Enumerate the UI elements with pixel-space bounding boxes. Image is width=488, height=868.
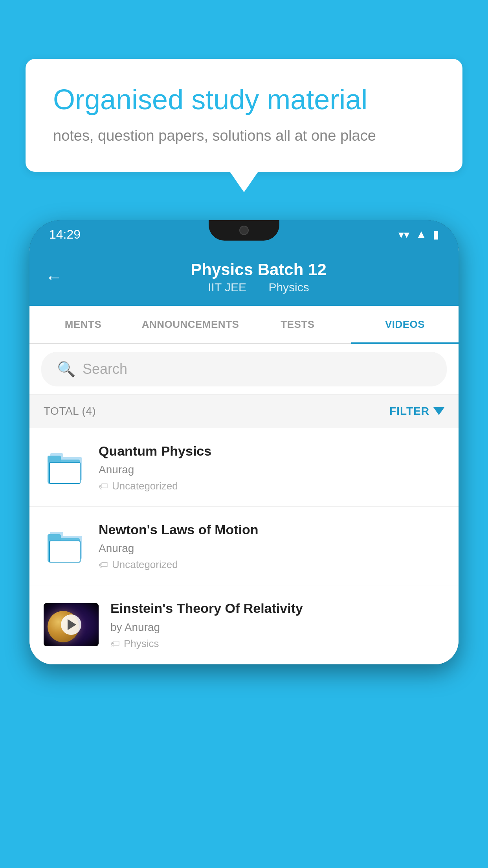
wifi-icon: ▾▾ <box>398 228 409 241</box>
phone-notch <box>209 220 279 241</box>
phone-device: 14:29 ▾▾ ▲ ▮ ← Physics Batch 12 IIT JEE <box>29 220 459 664</box>
video-author: Anurag <box>99 542 444 555</box>
tab-ments[interactable]: MENTS <box>29 306 137 343</box>
tab-bar: MENTS ANNOUNCEMENTS TESTS VIDEOS <box>29 306 459 344</box>
filter-icon <box>433 407 444 415</box>
total-count-label: TOTAL (4) <box>44 405 96 417</box>
tab-announcements[interactable]: ANNOUNCEMENTS <box>137 306 244 343</box>
tag-label: Uncategorized <box>112 559 178 571</box>
search-placeholder: Search <box>83 361 127 377</box>
video-list: Quantum Physics Anurag 🏷 Uncategorized <box>29 428 459 664</box>
video-tag: 🏷 Physics <box>110 638 444 650</box>
video-author: by Anurag <box>110 621 444 634</box>
video-tag: 🏷 Uncategorized <box>99 480 444 492</box>
folder-icon-wrapper <box>44 451 87 484</box>
tag-label: Physics <box>124 638 159 650</box>
folder-icon-wrapper <box>44 529 87 563</box>
signal-icon: ▲ <box>416 228 427 241</box>
header-title: Physics Batch 12 <box>74 260 443 279</box>
header-subtitle-part2: Physics <box>268 281 309 294</box>
search-bar[interactable]: 🔍 Search <box>41 352 447 386</box>
video-tag: 🏷 Uncategorized <box>99 559 444 571</box>
folder-icon <box>48 451 83 484</box>
play-button[interactable] <box>61 614 81 635</box>
battery-icon: ▮ <box>433 228 439 241</box>
tag-label: Uncategorized <box>112 480 178 492</box>
play-icon <box>68 619 76 630</box>
search-bar-container: 🔍 Search <box>29 344 459 395</box>
phone-wrapper: 14:29 ▾▾ ▲ ▮ ← Physics Batch 12 IIT JEE <box>29 220 459 868</box>
search-icon: 🔍 <box>57 360 75 378</box>
folder-icon <box>48 529 83 563</box>
video-thumbnail <box>44 603 99 646</box>
list-item[interactable]: Einstein's Theory Of Relativity by Anura… <box>29 585 459 664</box>
video-info: Quantum Physics Anurag 🏷 Uncategorized <box>99 442 444 492</box>
back-button[interactable]: ← <box>45 267 62 287</box>
status-bar: 14:29 ▾▾ ▲ ▮ <box>29 220 459 248</box>
app-header: ← Physics Batch 12 IIT JEE Physics <box>29 248 459 306</box>
video-title: Einstein's Theory Of Relativity <box>110 600 444 617</box>
list-item[interactable]: Newton's Laws of Motion Anurag 🏷 Uncateg… <box>29 507 459 585</box>
camera <box>239 226 249 235</box>
video-title: Quantum Physics <box>99 442 444 460</box>
speech-bubble-subtext: notes, question papers, solutions all at… <box>53 127 435 144</box>
tab-videos[interactable]: VIDEOS <box>351 306 459 343</box>
video-info: Einstein's Theory Of Relativity by Anura… <box>110 600 444 649</box>
app-screen: ← Physics Batch 12 IIT JEE Physics MENTS… <box>29 248 459 664</box>
status-icons: ▾▾ ▲ ▮ <box>398 228 439 241</box>
tag-icon: 🏷 <box>110 638 120 649</box>
tab-tests[interactable]: TESTS <box>244 306 351 343</box>
speech-bubble-headline: Organised study material <box>53 83 435 116</box>
filter-button[interactable]: FILTER <box>389 405 444 417</box>
header-subtitle-part1: IIT JEE <box>208 281 246 294</box>
header-subtitle: IIT JEE Physics <box>74 281 443 294</box>
speech-bubble-section: Organised study material notes, question… <box>26 59 462 172</box>
filter-bar: TOTAL (4) FILTER <box>29 395 459 428</box>
filter-label: FILTER <box>389 405 429 417</box>
video-info: Newton's Laws of Motion Anurag 🏷 Uncateg… <box>99 521 444 571</box>
video-title: Newton's Laws of Motion <box>99 521 444 538</box>
speech-bubble-card: Organised study material notes, question… <box>26 59 462 172</box>
video-author: Anurag <box>99 463 444 476</box>
list-item[interactable]: Quantum Physics Anurag 🏷 Uncategorized <box>29 428 459 507</box>
header-title-group: Physics Batch 12 IIT JEE Physics <box>74 260 443 294</box>
tag-icon: 🏷 <box>99 481 108 492</box>
tag-icon: 🏷 <box>99 559 108 570</box>
status-time: 14:29 <box>49 227 81 242</box>
